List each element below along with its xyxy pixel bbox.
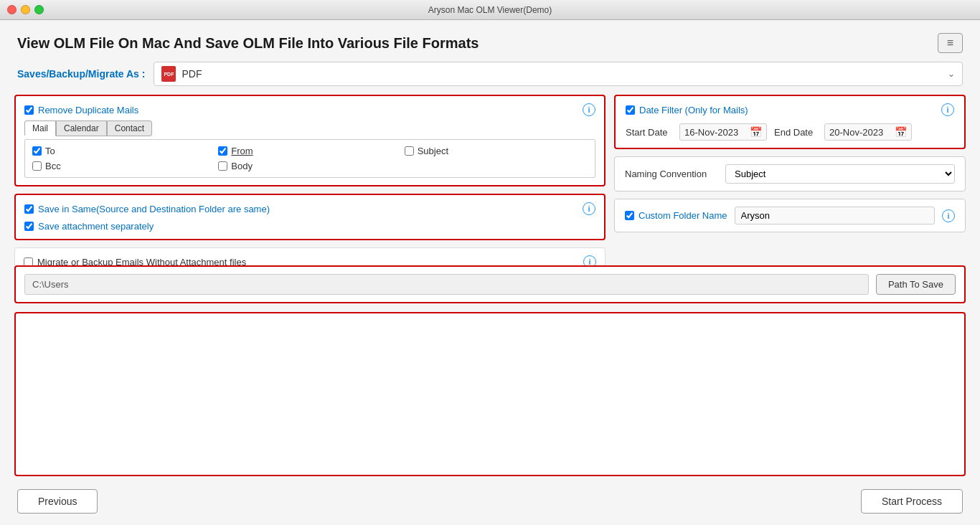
window-controls[interactable] — [7, 5, 44, 14]
save-same-checkbox[interactable] — [24, 204, 34, 214]
custom-folder-info-icon[interactable]: i — [942, 209, 955, 222]
date-filter-header: Date Filter (Only for Mails) i — [626, 103, 954, 116]
label-subject: Subject — [418, 146, 448, 156]
start-date-calendar-icon[interactable]: 📅 — [750, 126, 762, 138]
start-process-button[interactable]: Start Process — [861, 489, 963, 514]
checkbox-to[interactable] — [32, 146, 42, 156]
window-title: Aryson Mac OLM Viewer(Demo) — [428, 5, 552, 15]
naming-convention-box: Naming Convention Subject Date From To — [614, 156, 966, 191]
remove-duplicate-label: Remove Duplicate Mails — [38, 105, 138, 115]
menu-button[interactable]: ≡ — [938, 33, 963, 53]
date-filter-box: Date Filter (Only for Mails) i Start Dat… — [614, 95, 966, 149]
checkbox-body[interactable] — [218, 161, 227, 171]
remove-duplicate-checkbox-label[interactable]: Remove Duplicate Mails — [24, 105, 138, 115]
tabs-row: Mail Calendar Contact — [24, 120, 595, 136]
date-filter-checkbox-label[interactable]: Date Filter (Only for Mails) — [626, 105, 748, 115]
tab-calendar[interactable]: Calendar — [56, 120, 107, 136]
custom-folder-box: Custom Folder Name i — [614, 199, 966, 232]
date-filter-info-icon[interactable]: i — [941, 103, 954, 116]
save-same-box: Save in Same(Source and Destination Fold… — [14, 194, 606, 240]
previous-button[interactable]: Previous — [17, 489, 98, 514]
end-date-value: 20-Nov-2023 — [829, 127, 890, 138]
format-select[interactable]: PDF PDF ⌄ — [154, 62, 963, 86]
start-date-value: 16-Nov-2023 — [684, 127, 745, 138]
end-date-label: End Date — [774, 127, 817, 138]
end-date-calendar-icon[interactable]: 📅 — [895, 126, 907, 138]
save-same-label: Save in Same(Source and Destination Fold… — [38, 204, 270, 214]
chevron-down-icon: ⌄ — [948, 69, 955, 79]
minimize-button[interactable] — [21, 5, 30, 14]
left-panel: Remove Duplicate Mails i Mail Calendar C… — [14, 95, 606, 257]
title-bar: Aryson Mac OLM Viewer(Demo) — [0, 0, 980, 20]
mail-checkboxes-grid: To From Subject Bcc — [24, 139, 595, 178]
check-body[interactable]: Body — [218, 161, 401, 171]
check-from[interactable]: From — [218, 146, 401, 156]
label-bcc: Bcc — [45, 161, 61, 171]
date-filter-checkbox[interactable] — [626, 105, 635, 115]
save-same-header: Save in Same(Source and Destination Fold… — [24, 202, 595, 215]
page-title: View OLM File On Mac And Save OLM File I… — [17, 35, 479, 52]
check-to[interactable]: To — [32, 146, 215, 156]
end-date-input[interactable]: 20-Nov-2023 📅 — [824, 123, 912, 141]
bottom-bar: Previous Start Process — [14, 485, 966, 515]
close-button[interactable] — [7, 5, 17, 14]
custom-folder-input[interactable] — [735, 207, 935, 224]
duplicate-mails-box: Remove Duplicate Mails i Mail Calendar C… — [14, 95, 606, 186]
save-attachment-label: Save attachment separately — [38, 221, 154, 232]
custom-folder-checkbox[interactable] — [625, 211, 634, 220]
check-bcc[interactable]: Bcc — [32, 161, 215, 171]
path-to-save-button[interactable]: Path To Save — [876, 274, 956, 295]
pdf-icon: PDF — [161, 66, 176, 82]
tab-mail[interactable]: Mail — [24, 120, 56, 136]
save-same-info-icon[interactable]: i — [583, 202, 595, 215]
start-date-input[interactable]: 16-Nov-2023 📅 — [679, 123, 767, 141]
path-section: Path To Save — [14, 265, 966, 303]
saves-label: Saves/Backup/Migrate As : — [17, 68, 145, 80]
checkbox-from[interactable] — [218, 146, 227, 156]
save-attachment-checkbox[interactable] — [24, 222, 34, 231]
main-content: Remove Duplicate Mails i Mail Calendar C… — [14, 95, 966, 257]
format-text: PDF — [182, 68, 942, 80]
checkbox-subject[interactable] — [405, 146, 414, 156]
start-date-label: Start Date — [626, 127, 672, 138]
right-panel: Date Filter (Only for Mails) i Start Dat… — [614, 95, 966, 257]
save-attachment-checkbox-label[interactable]: Save attachment separately — [24, 221, 595, 232]
custom-folder-label: Custom Folder Name — [639, 210, 727, 221]
date-filter-label: Date Filter (Only for Mails) — [639, 105, 748, 115]
save-attachment-row: Save attachment separately — [24, 221, 595, 232]
label-to: To — [45, 146, 55, 156]
naming-convention-select[interactable]: Subject Date From To — [725, 164, 955, 184]
app-window: View OLM File On Mac And Save OLM File I… — [0, 20, 980, 525]
check-subject[interactable]: Subject — [405, 146, 588, 156]
tab-contact[interactable]: Contact — [107, 120, 152, 136]
duplicate-mails-header: Remove Duplicate Mails i — [24, 103, 595, 116]
saves-backup-row: Saves/Backup/Migrate As : PDF PDF ⌄ — [14, 62, 966, 86]
path-input[interactable] — [24, 274, 869, 295]
maximize-button[interactable] — [34, 5, 44, 14]
duplicate-mails-info-icon[interactable]: i — [583, 103, 595, 116]
naming-row: Naming Convention Subject Date From To — [625, 164, 955, 184]
save-same-checkbox-label[interactable]: Save in Same(Source and Destination Fold… — [24, 204, 270, 214]
date-row: Start Date 16-Nov-2023 📅 End Date 20-Nov… — [626, 123, 954, 141]
checkbox-bcc[interactable] — [32, 161, 42, 171]
empty-section — [14, 312, 966, 477]
custom-folder-row: Custom Folder Name i — [625, 207, 955, 224]
naming-convention-label: Naming Convention — [625, 169, 718, 179]
remove-duplicate-checkbox[interactable] — [24, 105, 34, 115]
label-body: Body — [231, 161, 253, 171]
header-row: View OLM File On Mac And Save OLM File I… — [14, 33, 966, 53]
custom-folder-checkbox-label[interactable]: Custom Folder Name — [625, 210, 727, 221]
label-from: From — [231, 146, 253, 156]
